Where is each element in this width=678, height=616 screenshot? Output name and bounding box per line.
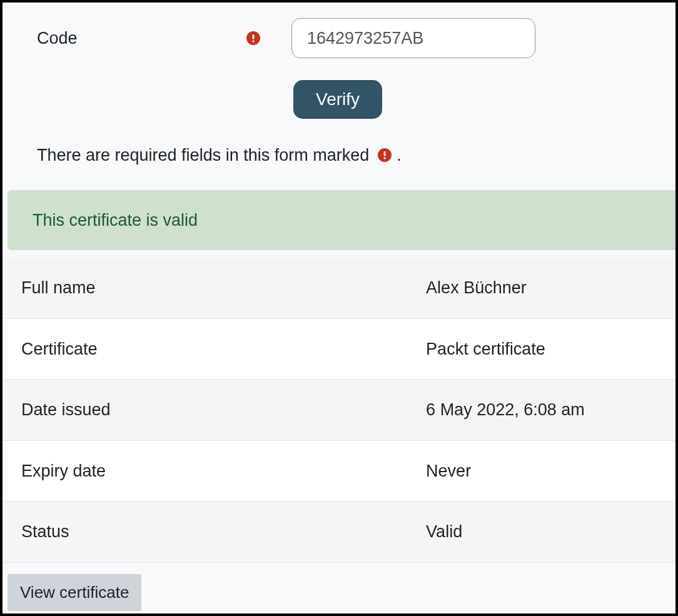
table-row: Certificate Packt certificate <box>3 318 675 380</box>
required-icon <box>246 31 260 45</box>
certificate-details-table: Full name Alex Büchner Certificate Packt… <box>3 258 675 563</box>
table-row: Expiry date Never <box>3 440 675 502</box>
detail-value: Valid <box>420 502 675 563</box>
certificate-verify-page: Code Verify There are required fields in… <box>0 0 678 616</box>
required-note-text: There are required fields in this form m… <box>37 143 369 168</box>
detail-label: Full name <box>3 258 420 318</box>
svg-rect-3 <box>384 151 386 156</box>
required-fields-note: There are required fields in this form m… <box>37 143 641 168</box>
code-input[interactable] <box>291 18 535 58</box>
detail-value: Never <box>420 440 675 502</box>
svg-point-0 <box>252 40 254 42</box>
detail-label: Certificate <box>3 318 420 380</box>
detail-value: Packt certificate <box>420 318 675 380</box>
code-row: Code <box>37 18 641 58</box>
view-certificate-button[interactable]: View certificate <box>8 574 141 611</box>
verify-button[interactable]: Verify <box>293 80 382 119</box>
svg-rect-1 <box>253 34 255 39</box>
code-label: Code <box>37 26 246 51</box>
verify-form: Code Verify There are required fields in… <box>3 3 675 181</box>
detail-label: Date issued <box>3 380 420 441</box>
required-note-suffix: . <box>397 143 402 168</box>
table-row: Full name Alex Büchner <box>3 258 675 318</box>
detail-value: Alex Büchner <box>420 258 675 318</box>
required-icon <box>378 148 392 162</box>
alert-message: This certificate is valid <box>33 211 198 230</box>
table-row: Status Valid <box>3 502 675 563</box>
detail-label: Expiry date <box>3 440 420 502</box>
svg-point-2 <box>384 158 386 159</box>
detail-value: 6 May 2022, 6:08 am <box>420 380 675 441</box>
table-row: Date issued 6 May 2022, 6:08 am <box>3 380 675 441</box>
valid-certificate-alert: This certificate is valid <box>8 190 675 251</box>
detail-label: Status <box>3 502 420 563</box>
verify-button-row: Verify <box>37 80 641 119</box>
